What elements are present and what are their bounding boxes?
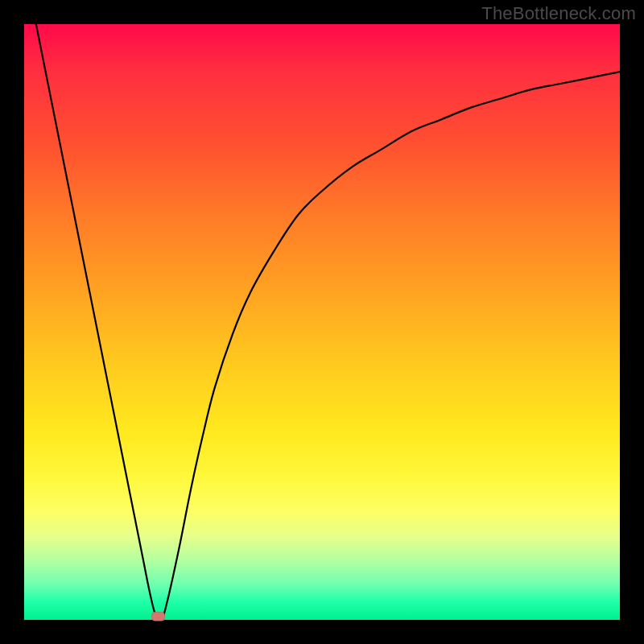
optimal-point-marker xyxy=(152,612,165,621)
bottleneck-curve xyxy=(36,24,620,621)
watermark-label: TheBottleneck.com xyxy=(481,3,636,24)
curve-svg xyxy=(24,24,620,620)
chart-frame: TheBottleneck.com xyxy=(0,0,644,644)
plot-area xyxy=(24,24,620,620)
